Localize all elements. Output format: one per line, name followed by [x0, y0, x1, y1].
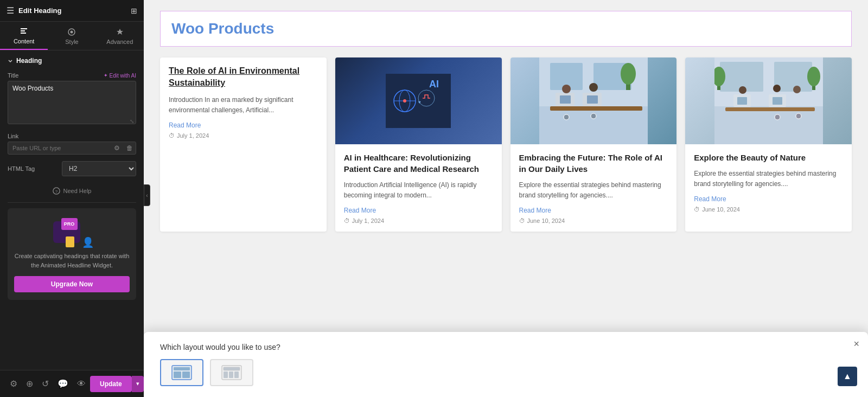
modal-close-button[interactable]: × [853, 338, 859, 350]
office1-svg [539, 57, 648, 144]
advanced-tab-icon [116, 28, 124, 36]
svg-point-29 [591, 113, 596, 119]
tab-style[interactable]: Style [48, 22, 95, 50]
office2-svg [714, 57, 823, 144]
html-tag-select[interactable]: H1 H2 H3 H4 H5 H6 div span p [62, 161, 136, 176]
svg-rect-51 [182, 372, 190, 378]
bottom-spacer [160, 242, 852, 286]
link-delete-btn[interactable]: 🗑 [123, 142, 136, 154]
heading-section-label: Heading [16, 57, 42, 65]
blog-card-1-date: July 1, 2024 [169, 132, 318, 139]
blog-card-3-body: Embracing the Future: The Role of AI in … [510, 144, 677, 232]
blog-card-2-body: AI in Healthcare: Revolutionizing Patien… [335, 144, 502, 232]
layout-option-1-icon [171, 364, 193, 381]
tab-advanced[interactable]: Advanced [96, 22, 144, 50]
svg-point-45 [793, 86, 801, 93]
textarea-resize-icon: ⤡ [130, 118, 134, 124]
heading-block[interactable]: Woo Products [160, 11, 852, 47]
blog-card-2-image: AI ♥ [335, 57, 502, 144]
help-icon: ? [53, 187, 60, 195]
collapse-panel-btn[interactable]: ‹ [144, 184, 150, 206]
modal-question: Which layout would you like to use? [160, 343, 852, 351]
edit-with-ai-btn[interactable]: Edit with AI [104, 73, 136, 79]
svg-point-20 [621, 63, 636, 85]
svg-rect-38 [725, 107, 815, 111]
grid-icon[interactable]: ⊞ [131, 7, 137, 15]
blog-card-3: Embracing the Future: The Role of AI in … [510, 57, 677, 232]
blog-card-4: Explore the Beauty of Nature Explore the… [685, 57, 852, 232]
blog-card-4-image [685, 57, 852, 144]
blog-card-1-body: The Role of AI in Environmental Sustaina… [160, 57, 327, 146]
heading-section-header[interactable]: Heading [0, 50, 144, 69]
svg-rect-1 [21, 30, 25, 31]
tab-content-label: Content [14, 38, 35, 44]
blog-card-3-date: June 10, 2024 [519, 217, 668, 224]
title-field-row: Title Edit with AI Woo Products ⤡ [0, 69, 144, 130]
blog-card-3-title[interactable]: Embracing the Future: The Role of AI in … [519, 152, 668, 175]
tab-style-label: Style [65, 39, 78, 45]
svg-rect-54 [224, 372, 228, 378]
svg-rect-50 [174, 372, 181, 378]
svg-point-46 [775, 114, 780, 120]
right-content: Woo Products The Role of AI in Environme… [144, 0, 868, 397]
blog-card-2-read-more[interactable]: Read More [344, 207, 376, 214]
section-chevron-icon [8, 58, 13, 63]
upgrade-now-button[interactable]: Upgrade Now [14, 276, 130, 292]
svg-rect-25 [587, 95, 598, 104]
layers-footer-btn[interactable]: ⊕ [22, 376, 37, 391]
blog-grid: The Role of AI in Environmental Sustaina… [160, 57, 852, 232]
blog-card-2-title[interactable]: AI in Healthcare: Revolutionizing Patien… [344, 152, 493, 175]
blog-card-3-image [510, 57, 677, 144]
blog-card-4-read-more[interactable]: Read More [694, 195, 726, 203]
update-btn-group: Update ▾ [90, 376, 144, 392]
svg-point-47 [796, 113, 801, 119]
panel-title: Edit Heading [18, 7, 61, 15]
svg-point-27 [589, 83, 598, 92]
title-textarea[interactable]: Woo Products [8, 81, 136, 124]
comments-footer-btn[interactable]: 💬 [53, 376, 73, 391]
divider [8, 202, 136, 203]
svg-text:AI: AI [429, 79, 439, 89]
link-btns: ⚙ 🗑 [111, 142, 136, 154]
layout-option-2-icon [221, 364, 242, 381]
svg-rect-42 [773, 97, 782, 105]
svg-text:?: ? [55, 189, 58, 194]
link-input-wrap: ⚙ 🗑 [8, 142, 136, 155]
blog-card-3-excerpt: Explore the essential strategies behind … [519, 180, 668, 201]
svg-rect-2 [21, 33, 26, 34]
settings-footer-btn[interactable]: ⚙ [5, 376, 22, 391]
link-label: Link [8, 133, 136, 139]
ai-health-svg: AI ♥ [386, 74, 451, 128]
svg-point-44 [773, 85, 781, 92]
blog-card-3-read-more[interactable]: Read More [519, 207, 551, 214]
promo-text: Create captivating headings that rotate … [14, 252, 130, 270]
page-heading: Woo Products [171, 20, 840, 37]
blog-card-2-date: July 1, 2024 [344, 217, 493, 224]
style-tab-icon [67, 28, 76, 36]
content-tab-icon [20, 27, 28, 36]
pro-promo: PRO 👤 Create captivating headings that r… [8, 208, 136, 300]
blog-card-1-excerpt: Introduction In an era marked by signifi… [169, 95, 318, 116]
link-settings-btn[interactable]: ⚙ [111, 142, 123, 154]
need-help[interactable]: ? Need Help [0, 180, 144, 202]
svg-rect-21 [550, 106, 642, 111]
blog-card-4-title[interactable]: Explore the Beauty of Nature [694, 152, 843, 163]
layout-option-2[interactable] [210, 359, 253, 386]
link-row: Link ⚙ 🗑 [0, 130, 144, 158]
blog-card-1-read-more[interactable]: Read More [169, 121, 201, 129]
update-button[interactable]: Update [90, 376, 132, 392]
blog-card-1: The Role of AI in Environmental Sustaina… [160, 57, 327, 232]
scroll-to-top-button[interactable]: ▲ [838, 367, 857, 386]
update-chevron-btn[interactable]: ▾ [132, 376, 144, 392]
html-tag-row: HTML Tag H1 H2 H3 H4 H5 H6 div span p [0, 158, 144, 180]
history-footer-btn[interactable]: ↺ [37, 376, 53, 391]
blog-card-1-title[interactable]: The Role of AI in Environmental Sustaina… [169, 65, 318, 89]
hamburger-icon[interactable]: ☰ [7, 5, 14, 16]
tab-content[interactable]: Content [0, 22, 48, 50]
blog-card-4-date: June 10, 2024 [694, 206, 843, 213]
svg-rect-23 [560, 95, 571, 104]
panel-footer: ⚙ ⊕ ↺ 💬 👁 Update ▾ [0, 370, 144, 397]
tab-advanced-label: Advanced [106, 39, 133, 45]
preview-footer-btn[interactable]: 👁 [73, 377, 90, 391]
layout-option-1[interactable] [160, 359, 203, 386]
